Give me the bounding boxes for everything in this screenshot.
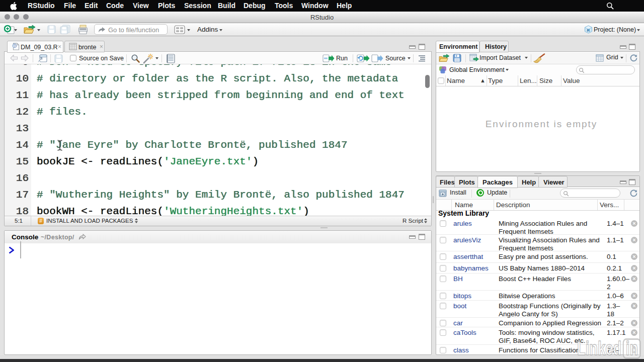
svg-text:R: R xyxy=(587,28,590,33)
svg-text:R: R xyxy=(13,44,16,48)
